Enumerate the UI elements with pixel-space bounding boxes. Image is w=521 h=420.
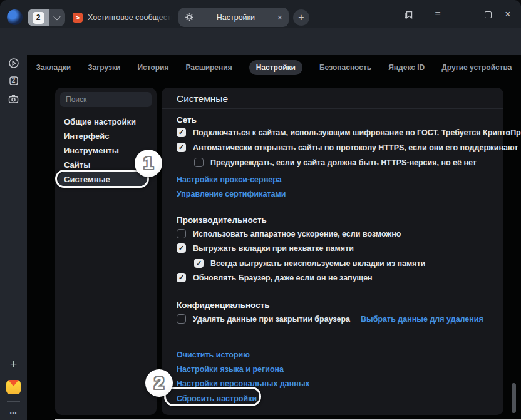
check-icon: ✓ [178,129,184,136]
setting-row: ✓ Удалять данные при закрытии браузера В… [177,314,483,324]
sidebar-item-general[interactable]: Общие настройки [64,116,136,128]
setting-label: Подключаться к сайтам, использующим шифр… [193,128,521,137]
section-privacy: Конфиденциальность [177,300,270,310]
add-panel-button[interactable]: + [5,356,22,372]
setting-row: ✓ Подключаться к сайтам, использующим ши… [177,128,521,137]
checkbox-clear-on-exit[interactable]: ✓ [177,314,186,324]
close-tab-icon[interactable]: × [277,13,282,23]
setting-row: ✓ Использовать аппаратное ускорение, есл… [177,229,401,238]
close-window-button[interactable]: × [501,8,515,21]
yandex-mail-icon[interactable] [6,380,21,394]
sidebar-item-tools[interactable]: Инструменты [64,145,119,157]
tab-bar: 2 > Хостинговое сообщество Настройки × + [0,0,521,28]
check-icon: ✓ [178,245,184,252]
settings-page: Закладки Загрузки История Расширения Нас… [27,55,521,420]
annotation-number: 2 [154,373,164,393]
left-rail: 2 + ••• [0,55,27,420]
proxy-settings-link[interactable]: Настройки прокси-сервера [177,175,282,184]
checkbox-hw-accel[interactable]: ✓ [177,229,186,238]
maximize-button[interactable] [481,8,495,21]
choose-data-link[interactable]: Выбрать данные для удаления [361,315,483,324]
setting-label: Предупреждать, если у сайта должна быть … [210,158,477,167]
setting-label: Автоматически открывать сайты по протоко… [193,143,518,152]
side-panels-icon[interactable] [401,7,416,22]
nav-tab-downloads[interactable]: Загрузки [88,63,120,72]
setting-label: Всегда выгружать неиспользуемые вкладки … [210,259,425,268]
divider [162,108,503,109]
tab-count-badge: 2 [33,12,44,24]
setting-row: ✓ Всегда выгружать неиспользуемые вкладк… [194,259,425,268]
check-icon: ✓ [196,260,202,267]
nav-tab-settings[interactable]: Настройки [249,60,302,75]
address-bar-row: ← Я ↻ settings Настройки 80 % [0,28,521,55]
check-icon: ✓ [178,144,184,151]
link-row: Настройки языка и региона [177,363,284,374]
checkbox-update-browser[interactable]: ✓ [177,273,186,282]
page-title: Системные [177,93,228,105]
nav-tab-yandex-id[interactable]: Яндекс ID [388,63,425,72]
browser-tab-settings[interactable]: Настройки × [178,8,289,27]
nav-tab-extensions[interactable]: Расширения [185,63,232,72]
annotation-number: 1 [143,153,153,173]
setting-label: Обновлять Браузер, даже если он не запущ… [193,274,373,282]
search-input[interactable] [60,92,152,107]
site-favicon-icon: > [73,13,83,23]
new-tab-button[interactable]: + [293,9,309,26]
setting-row: ✓ Обновлять Браузер, даже если он не зап… [177,273,373,282]
nav-tab-bookmarks[interactable]: Закладки [36,63,71,72]
link-row: Очистить историю [177,349,250,360]
tab-count-button[interactable]: 2 [28,9,65,26]
chevron-down-icon [53,13,60,20]
checkbox-gost[interactable]: ✓ [177,128,186,137]
annotation-step-2: 2 [145,369,173,397]
tabs-panel-icon[interactable]: 2 [5,72,22,89]
checkbox-https-warn[interactable]: ✓ [194,158,204,167]
checkbox-unload-tabs[interactable]: ✓ [177,243,186,253]
nav-tab-other-devices[interactable]: Другие устройства [441,63,512,72]
setting-label: Выгружать вкладки при нехватке памяти [193,244,354,253]
minimize-button[interactable]: – [461,8,475,21]
browser-tab-hosting[interactable]: > Хостинговое сообщество [73,8,175,27]
maximize-icon [485,11,492,18]
setting-label: Использовать аппаратное ускорение, если … [193,230,401,238]
browser-window: 2 > Хостинговое сообщество Настройки × + [0,0,521,420]
menu-icon[interactable]: ≡ [431,8,445,21]
rail-tab-count: 2 [12,77,16,84]
certificates-link[interactable]: Управление сертификатами [177,190,286,198]
tab-title: Настройки [194,13,277,22]
section-network: Сеть [177,115,197,125]
nav-tab-history[interactable]: История [137,63,168,72]
tab-list-dropdown[interactable] [49,9,65,26]
annotation-outline-system [55,170,149,188]
link-row: Управление сертификатами [177,188,286,199]
annotation-outline-reset [164,387,261,406]
checkbox-always-unload[interactable]: ✓ [194,259,204,268]
setting-row: ✓ Автоматически открывать сайты по прото… [177,143,518,152]
setting-label: Удалять данные при закрытии браузера [193,315,350,324]
annotation-step-1: 1 [135,150,162,177]
settings-sidebar: Общие настройки Интерфейс Инструменты Са… [55,88,157,415]
nav-tab-security[interactable]: Безопасность [319,63,371,72]
gear-icon [185,13,194,22]
language-region-link[interactable]: Настройки языка и региона [177,365,284,374]
tab-count-segment[interactable]: 2 [28,9,49,26]
tab-title: Хостинговое сообщество [88,13,172,22]
section-performance: Производительность [177,215,267,225]
sidebar-item-interface[interactable]: Интерфейс [64,130,109,143]
checkbox-https-auto[interactable]: ✓ [177,143,186,152]
profile-avatar[interactable] [7,9,23,25]
setting-row: ✓ Предупреждать, если у сайта должна быт… [194,158,477,167]
scrollbar-thumb[interactable] [512,383,516,413]
clear-history-link[interactable]: Очистить историю [177,351,250,359]
check-icon: ✓ [178,274,184,281]
setting-row: ✓ Выгружать вкладки при нехватке памяти [177,243,354,253]
settings-content: Системные Сеть ✓ Подключаться к сайтам, … [162,88,503,415]
play-sessions-icon[interactable] [5,54,22,71]
divider [7,401,20,402]
settings-nav: Закладки Загрузки История Расширения Нас… [27,59,521,76]
more-dots-icon[interactable]: ••• [5,404,22,420]
link-row: Настройки прокси-сервера [177,173,282,185]
screenshot-camera-icon[interactable] [5,91,22,108]
